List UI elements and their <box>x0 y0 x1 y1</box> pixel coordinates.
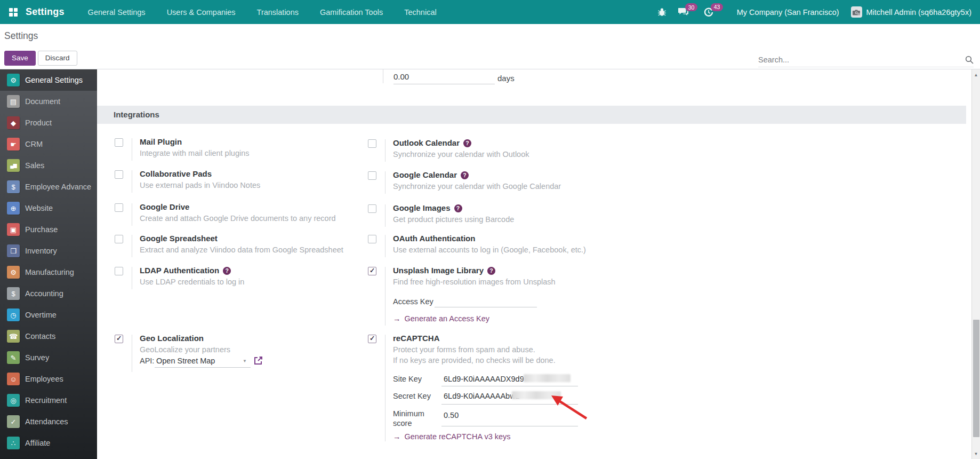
sidebar-item-survey[interactable]: ✎Survey <box>0 347 97 368</box>
setting-google-drive: Google Drive Create and attach Google Dr… <box>115 202 336 224</box>
activities-badge: 43 <box>711 3 724 11</box>
sidebar-item-accounting[interactable]: $Accounting <box>0 283 97 304</box>
setting-ldap-authentication: LDAP Authentication? Use LDAP credential… <box>115 265 244 287</box>
checkbox[interactable] <box>115 267 123 275</box>
checkbox[interactable] <box>368 139 376 148</box>
messages-icon[interactable]: 30 <box>678 7 689 17</box>
generate-recaptcha-keys-link[interactable]: →Generate reCAPTCHA v3 keys <box>393 432 511 441</box>
sidebar-item-manufacturing[interactable]: ⚙Manufacturing <box>0 262 97 283</box>
search-input[interactable]: Search... <box>758 52 974 67</box>
days-input[interactable]: 0.00 <box>393 72 495 84</box>
checkbox[interactable] <box>368 204 376 213</box>
sidebar-item-product[interactable]: ◆Product <box>0 112 97 133</box>
setting-geo-localization: Geo Localization GeoLocalize your partne… <box>115 333 396 378</box>
checkbox[interactable] <box>368 171 376 180</box>
setting-desc: Find free high-resolution images from Un… <box>393 276 724 287</box>
menu-users-companies[interactable]: Users & Companies <box>167 8 236 17</box>
site-key-input[interactable]: 6Ld9-K0iAAAAADX9d9 <box>444 375 524 383</box>
checkbox[interactable] <box>115 235 123 243</box>
help-icon[interactable]: ? <box>223 267 231 275</box>
sidebar-item-inventory[interactable]: ❒Inventory <box>0 240 97 262</box>
scroll-up-arrow[interactable]: ▲ <box>972 73 980 77</box>
generate-access-key-link[interactable]: →Generate an Access Key <box>393 314 489 323</box>
bug-icon[interactable] <box>657 7 666 17</box>
checkbox[interactable] <box>368 335 376 343</box>
sidebar-item-attendances[interactable]: ✓Attendances <box>0 411 97 432</box>
setting-title: Unsplash Image Library <box>393 266 484 275</box>
sidebar-item-label: Manufacturing <box>25 268 74 276</box>
vertical-scrollbar[interactable]: ▲ ▼ <box>971 69 980 459</box>
save-button[interactable]: Save <box>4 51 36 66</box>
sidebar-item-document[interactable]: ▤Document <box>0 91 97 112</box>
setting-google-images: Google Images? Get product pictures usin… <box>368 203 514 225</box>
sidebar-item-label: Overtime <box>25 311 57 319</box>
api-select[interactable]: Open Street Map <box>156 357 215 365</box>
sidebar-item-sales[interactable]: ▄▆Sales <box>0 155 97 176</box>
box-icon: ❒ <box>7 244 20 257</box>
menu-gamification-tools[interactable]: Gamification Tools <box>320 8 383 17</box>
top-navbar: Settings General Settings Users & Compan… <box>0 0 980 24</box>
section-title: Integrations <box>114 110 159 119</box>
user-menu[interactable]: Mitchell Admin (sq6ha26gty5x) <box>851 6 971 18</box>
access-key-input[interactable] <box>435 307 537 307</box>
external-link-icon[interactable] <box>253 355 263 368</box>
help-icon[interactable]: ? <box>487 267 495 275</box>
network-icon: ∴ <box>7 437 20 449</box>
secret-key-input[interactable]: 6Ld9-K0iAAAAAAbw2 <box>444 392 520 400</box>
chevron-down-icon: ▼ <box>243 359 247 363</box>
coin-hand-icon: $ <box>7 180 20 193</box>
help-icon[interactable]: ? <box>463 139 471 147</box>
checkbox[interactable] <box>115 335 123 343</box>
sidebar-item-website[interactable]: ⊕Website <box>0 197 97 219</box>
checkbox[interactable] <box>368 267 376 275</box>
folder-icon: ▤ <box>7 95 20 108</box>
setting-desc: Synchronize your calendar with Outlook <box>393 149 529 160</box>
discard-button[interactable]: Discard <box>38 51 77 66</box>
sidebar-item-general-settings[interactable]: ⚙General Settings <box>0 69 97 91</box>
tag-icon: ◆ <box>7 116 20 129</box>
checkbox[interactable] <box>368 235 376 243</box>
help-icon[interactable]: ? <box>461 171 469 179</box>
app-name[interactable]: Settings <box>26 6 65 18</box>
sidebar-item-overtime[interactable]: ◷Overtime <box>0 304 97 326</box>
scrollbar-thumb[interactable] <box>973 320 979 437</box>
sidebar-item-recruitment[interactable]: ◎Recruitment <box>0 390 97 411</box>
menu-general-settings[interactable]: General Settings <box>88 8 146 17</box>
help-icon[interactable]: ? <box>454 204 462 212</box>
company-switcher[interactable]: My Company (San Francisco) <box>737 8 839 17</box>
sidebar-item-contacts[interactable]: ☎Contacts <box>0 326 97 347</box>
avatar <box>851 6 862 18</box>
minimum-score-input[interactable]: 0.50 <box>444 411 459 420</box>
setting-desc: Extract and analyze Viindoo data from Go… <box>140 244 343 255</box>
sidebar-item-purchase[interactable]: ▣Purchase <box>0 219 97 240</box>
menu-translations[interactable]: Translations <box>257 8 299 17</box>
sidebar-item-employee-advance[interactable]: $Employee Advance <box>0 176 97 197</box>
sidebar-item-label: Attendances <box>25 417 68 426</box>
breadcrumb: Settings <box>4 30 38 42</box>
truck-icon: ▣ <box>7 223 20 236</box>
settings-content: 0.00 days Integrations Mail Plugin Integ… <box>97 69 971 459</box>
sidebar-item-affiliate[interactable]: ∴Affiliate <box>0 432 97 454</box>
activities-icon[interactable]: 43 <box>704 7 713 17</box>
apps-menu-icon[interactable] <box>9 7 18 17</box>
sidebar-item-employees[interactable]: ☺Employees <box>0 368 97 390</box>
sidebar-item-crm[interactable]: ☛CRM <box>0 133 97 155</box>
messages-badge: 30 <box>685 3 698 11</box>
setting-title: Google Spreadsheet <box>140 233 343 243</box>
menu-technical[interactable]: Technical <box>404 8 436 17</box>
factory-gear-icon: ⚙ <box>7 266 20 279</box>
scroll-down-arrow[interactable]: ▼ <box>972 452 980 456</box>
setting-title: Google Drive <box>140 202 336 212</box>
api-label: API: <box>140 357 154 365</box>
setting-desc: Use LDAP credentials to log in <box>140 276 244 287</box>
setting-desc: Use external accounts to log in (Google,… <box>393 244 586 255</box>
checkbox[interactable] <box>115 203 123 212</box>
setting-outlook-calendar: Outlook Calendar? Synchronize your calen… <box>368 138 529 160</box>
section-integrations: Integrations <box>97 106 966 124</box>
setting-title: OAuth Authentication <box>393 233 586 243</box>
checkbox[interactable] <box>115 138 123 147</box>
checkbox[interactable] <box>115 170 123 179</box>
redacted-site-key <box>524 374 571 382</box>
clipboard-icon: ✎ <box>7 351 20 364</box>
sidebar-item-label: General Settings <box>25 76 83 84</box>
